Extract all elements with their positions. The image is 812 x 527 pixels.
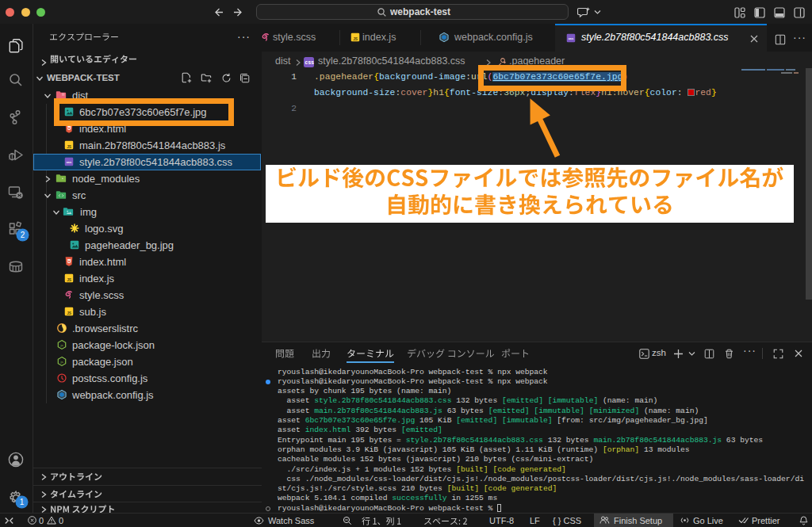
svg-text:JS: JS [67,145,72,149]
svg-text:2: 2 [21,231,25,239]
svg-text:JS: JS [67,278,72,282]
svg-text:css: css [569,36,574,40]
svg-text:js: js [59,360,63,364]
svg-text:js: js [59,343,63,347]
svg-text:JS: JS [353,37,358,41]
svg-text:JS: JS [67,311,72,315]
svg-text:1: 1 [20,498,25,506]
svg-text:css: css [67,160,72,164]
